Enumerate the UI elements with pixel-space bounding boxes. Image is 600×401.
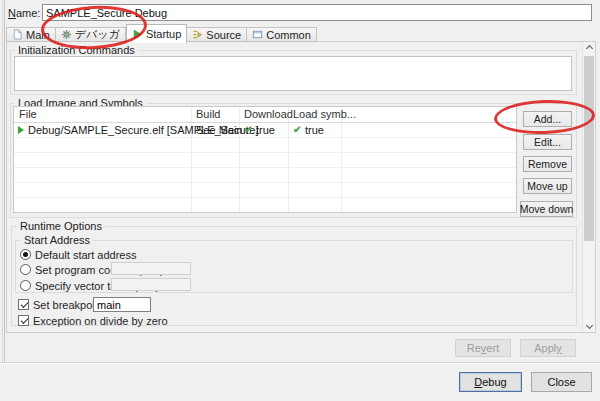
tab-source-label: Source: [206, 29, 241, 41]
tab-bar: Main デバッガ Startup Source Common: [6, 24, 317, 43]
name-label-mnemonic: N: [8, 7, 16, 19]
name-label: Name:: [8, 7, 40, 19]
program-counter-input[interactable]: [111, 262, 191, 275]
debugger-gear-icon: [61, 29, 72, 40]
tab-common-label: Common: [266, 29, 311, 41]
vector-table-input[interactable]: [111, 278, 191, 291]
green-check-icon: ✔: [293, 124, 301, 135]
cell-load-symbols: true: [305, 124, 324, 136]
set-program-counter-radio[interactable]: [20, 264, 31, 275]
row-divider: [14, 137, 516, 138]
initialization-commands-title: Initialization Commands: [15, 44, 138, 56]
row-divider: [14, 152, 516, 153]
add-button[interactable]: Add...: [523, 111, 572, 127]
breakpoint-input[interactable]: [93, 297, 151, 312]
green-play-icon: [18, 126, 24, 134]
tab-main-label: Main: [26, 29, 50, 41]
tab-startup-label: Startup: [146, 28, 181, 40]
row-divider: [14, 167, 516, 168]
initialization-commands-textarea[interactable]: [14, 56, 572, 91]
chevron-down-icon: [586, 322, 593, 329]
column-header-download[interactable]: Download: [244, 108, 293, 120]
column-header-load-symbols[interactable]: Load symb...: [293, 108, 356, 120]
apply-mnemonic: y: [556, 342, 562, 354]
column-header-build[interactable]: Build: [196, 108, 220, 120]
remove-button[interactable]: Remove: [523, 156, 572, 172]
debug-mnemonic: D: [474, 376, 482, 388]
move-up-button[interactable]: Move up: [523, 178, 572, 194]
debug-label: ebug: [482, 376, 506, 388]
debug-button[interactable]: Debug: [459, 372, 522, 392]
revert-label-rest: ert: [486, 342, 499, 354]
left-sash-divider: [4, 0, 5, 363]
specify-vector-table-radio[interactable]: [20, 280, 31, 291]
row-divider: [14, 182, 516, 183]
launch-config-dialog: Name: Main デバッガ Startup Source Common: [0, 0, 600, 401]
green-check-icon: ✔: [244, 124, 252, 135]
vertical-scrollbar[interactable]: [582, 42, 595, 332]
name-input[interactable]: [42, 4, 592, 21]
cell-download: true: [256, 124, 275, 136]
exception-divide-zero-label: Exception on divide by zero: [33, 315, 168, 327]
name-label-text: ame:: [16, 7, 40, 19]
chevron-up-icon: [586, 45, 593, 52]
close-label: Close: [547, 376, 575, 388]
document-icon: [12, 29, 23, 40]
set-breakpoint-checkbox[interactable]: [18, 299, 29, 310]
tab-main[interactable]: Main: [6, 27, 56, 42]
revert-button[interactable]: Revert: [455, 339, 511, 357]
tab-debugger[interactable]: デバッガ: [56, 27, 126, 42]
left-sash-divider: [2, 0, 3, 363]
start-address-title: Start Address: [21, 234, 93, 246]
default-start-address-radio[interactable]: [20, 249, 31, 260]
row-divider: [14, 197, 516, 198]
runtime-options-title: Runtime Options: [17, 220, 105, 232]
column-header-file[interactable]: File: [19, 108, 37, 120]
scrollbar-thumb[interactable]: [584, 56, 594, 241]
move-down-button[interactable]: Move down: [520, 201, 573, 217]
edit-button[interactable]: Edit...: [523, 134, 572, 150]
scroll-down-button[interactable]: [583, 319, 596, 332]
close-button[interactable]: Close: [531, 372, 592, 392]
default-start-address-label: Default start address: [35, 249, 137, 261]
tab-debugger-label: デバッガ: [75, 27, 120, 42]
window-icon: [252, 29, 263, 40]
apply-button[interactable]: Apply: [520, 339, 576, 357]
exception-divide-zero-checkbox[interactable]: [18, 315, 29, 326]
tab-source[interactable]: Source: [187, 27, 247, 42]
apply-label: Appl: [534, 342, 556, 354]
load-image-table: File Build Download Load symb... Debug/S…: [13, 106, 517, 213]
tab-startup[interactable]: Startup: [126, 24, 187, 43]
source-icon: [192, 29, 203, 40]
play-icon: [132, 29, 143, 40]
scroll-up-button[interactable]: [583, 42, 596, 55]
tab-common[interactable]: Common: [247, 27, 317, 42]
header-divider: [14, 122, 516, 123]
footer-divider: [0, 362, 600, 364]
revert-label: Re: [467, 342, 481, 354]
